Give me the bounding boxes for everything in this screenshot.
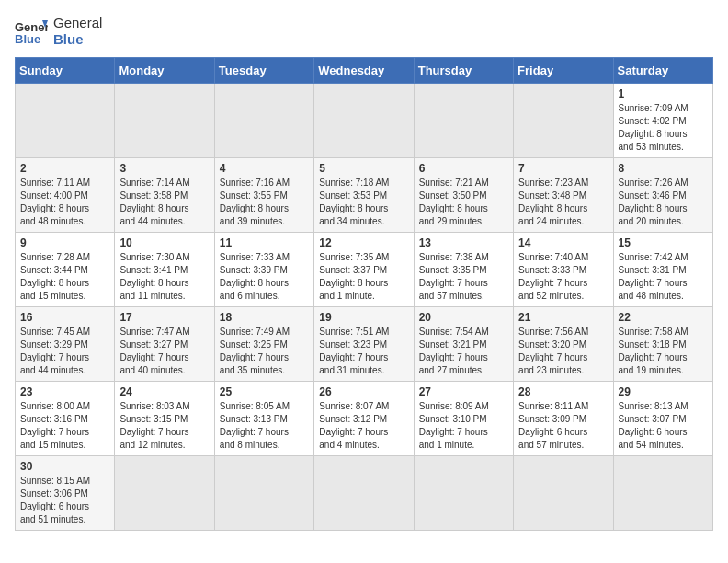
- calendar-cell: [314, 456, 414, 531]
- calendar-cell: 17Sunrise: 7:47 AM Sunset: 3:27 PM Dayli…: [115, 307, 214, 382]
- day-number: 17: [119, 311, 209, 324]
- calendar-body: 1Sunrise: 7:09 AM Sunset: 4:02 PM Daylig…: [16, 84, 713, 531]
- day-number: 28: [518, 385, 608, 398]
- calendar-cell: 11Sunrise: 7:33 AM Sunset: 3:39 PM Dayli…: [214, 233, 313, 307]
- day-info: Sunrise: 8:13 AM Sunset: 3:07 PM Dayligh…: [619, 400, 708, 452]
- day-info: Sunrise: 7:11 AM Sunset: 4:00 PM Dayligh…: [20, 177, 109, 228]
- calendar-cell: 12Sunrise: 7:35 AM Sunset: 3:37 PM Dayli…: [314, 233, 414, 307]
- day-number: 30: [20, 460, 109, 473]
- calendar-cell: [414, 456, 513, 531]
- day-number: 10: [119, 236, 209, 249]
- day-info: Sunrise: 8:03 AM Sunset: 3:15 PM Dayligh…: [119, 400, 209, 452]
- day-number: 21: [518, 311, 608, 324]
- day-info: Sunrise: 8:11 AM Sunset: 3:09 PM Dayligh…: [518, 400, 608, 452]
- day-number: 24: [119, 385, 209, 398]
- day-number: 14: [518, 236, 608, 249]
- weekday-header-row: SundayMondayTuesdayWednesdayThursdayFrid…: [16, 58, 713, 84]
- calendar-week-row: 1Sunrise: 7:09 AM Sunset: 4:02 PM Daylig…: [16, 84, 713, 158]
- header: General Blue General Blue: [15, 15, 713, 48]
- day-number: 20: [419, 311, 508, 324]
- logo-blue: Blue: [53, 31, 84, 47]
- day-info: Sunrise: 7:54 AM Sunset: 3:21 PM Dayligh…: [419, 326, 508, 377]
- day-info: Sunrise: 7:30 AM Sunset: 3:41 PM Dayligh…: [119, 251, 209, 303]
- weekday-header-thursday: Thursday: [414, 58, 513, 84]
- day-number: 3: [119, 162, 209, 175]
- calendar-cell: 4Sunrise: 7:16 AM Sunset: 3:55 PM Daylig…: [214, 158, 313, 233]
- calendar-cell: [115, 456, 214, 531]
- calendar-cell: 25Sunrise: 8:05 AM Sunset: 3:13 PM Dayli…: [214, 382, 313, 456]
- day-info: Sunrise: 7:42 AM Sunset: 3:31 PM Dayligh…: [619, 251, 708, 303]
- calendar-cell: 15Sunrise: 7:42 AM Sunset: 3:31 PM Dayli…: [613, 233, 712, 307]
- day-info: Sunrise: 7:23 AM Sunset: 3:48 PM Dayligh…: [518, 177, 608, 228]
- calendar-cell: 21Sunrise: 7:56 AM Sunset: 3:20 PM Dayli…: [514, 307, 613, 382]
- day-info: Sunrise: 7:51 AM Sunset: 3:23 PM Dayligh…: [319, 326, 408, 377]
- day-number: 2: [20, 162, 109, 175]
- weekday-header-sunday: Sunday: [16, 58, 115, 84]
- day-info: Sunrise: 7:38 AM Sunset: 3:35 PM Dayligh…: [419, 251, 508, 303]
- day-info: Sunrise: 7:45 AM Sunset: 3:29 PM Dayligh…: [20, 326, 109, 377]
- calendar-cell: 3Sunrise: 7:14 AM Sunset: 3:58 PM Daylig…: [115, 158, 214, 233]
- calendar-cell: 5Sunrise: 7:18 AM Sunset: 3:53 PM Daylig…: [314, 158, 414, 233]
- calendar-table: SundayMondayTuesdayWednesdayThursdayFrid…: [15, 57, 713, 531]
- day-number: 27: [419, 385, 508, 398]
- day-info: Sunrise: 7:35 AM Sunset: 3:37 PM Dayligh…: [319, 251, 408, 303]
- day-info: Sunrise: 7:18 AM Sunset: 3:53 PM Dayligh…: [319, 177, 408, 228]
- calendar-cell: 9Sunrise: 7:28 AM Sunset: 3:44 PM Daylig…: [16, 233, 115, 307]
- calendar-cell: 7Sunrise: 7:23 AM Sunset: 3:48 PM Daylig…: [514, 158, 613, 233]
- day-number: 18: [220, 311, 309, 324]
- calendar-cell: [16, 84, 115, 158]
- calendar-cell: 18Sunrise: 7:49 AM Sunset: 3:25 PM Dayli…: [214, 307, 313, 382]
- calendar-cell: 1Sunrise: 7:09 AM Sunset: 4:02 PM Daylig…: [613, 84, 712, 158]
- calendar-cell: 27Sunrise: 8:09 AM Sunset: 3:10 PM Dayli…: [414, 382, 513, 456]
- calendar-cell: 23Sunrise: 8:00 AM Sunset: 3:16 PM Dayli…: [16, 382, 115, 456]
- day-info: Sunrise: 7:47 AM Sunset: 3:27 PM Dayligh…: [119, 326, 209, 377]
- calendar-cell: [214, 456, 313, 531]
- weekday-header-monday: Monday: [115, 58, 214, 84]
- calendar-cell: 16Sunrise: 7:45 AM Sunset: 3:29 PM Dayli…: [16, 307, 115, 382]
- calendar-week-row: 2Sunrise: 7:11 AM Sunset: 4:00 PM Daylig…: [16, 158, 713, 233]
- calendar-cell: 19Sunrise: 7:51 AM Sunset: 3:23 PM Dayli…: [314, 307, 414, 382]
- calendar-cell: [115, 84, 214, 158]
- logo: General Blue General Blue: [15, 15, 102, 48]
- calendar-cell: [314, 84, 414, 158]
- day-number: 15: [619, 236, 708, 249]
- calendar-cell: [514, 456, 613, 531]
- weekday-header-saturday: Saturday: [613, 58, 712, 84]
- weekday-header-friday: Friday: [514, 58, 613, 84]
- calendar-cell: 14Sunrise: 7:40 AM Sunset: 3:33 PM Dayli…: [514, 233, 613, 307]
- logo-icon: General Blue: [15, 18, 48, 44]
- day-info: Sunrise: 8:00 AM Sunset: 3:16 PM Dayligh…: [20, 400, 109, 452]
- day-number: 8: [619, 162, 708, 175]
- calendar-cell: 24Sunrise: 8:03 AM Sunset: 3:15 PM Dayli…: [115, 382, 214, 456]
- day-info: Sunrise: 7:49 AM Sunset: 3:25 PM Dayligh…: [220, 326, 309, 377]
- calendar-cell: 29Sunrise: 8:13 AM Sunset: 3:07 PM Dayli…: [613, 382, 712, 456]
- weekday-header-tuesday: Tuesday: [214, 58, 313, 84]
- weekday-header-wednesday: Wednesday: [314, 58, 414, 84]
- calendar-cell: 28Sunrise: 8:11 AM Sunset: 3:09 PM Dayli…: [514, 382, 613, 456]
- day-number: 26: [319, 385, 408, 398]
- calendar-cell: 10Sunrise: 7:30 AM Sunset: 3:41 PM Dayli…: [115, 233, 214, 307]
- day-number: 29: [619, 385, 708, 398]
- day-info: Sunrise: 7:14 AM Sunset: 3:58 PM Dayligh…: [119, 177, 209, 228]
- day-info: Sunrise: 7:09 AM Sunset: 4:02 PM Dayligh…: [619, 102, 708, 154]
- day-number: 23: [20, 385, 109, 398]
- day-info: Sunrise: 8:09 AM Sunset: 3:10 PM Dayligh…: [419, 400, 508, 452]
- day-number: 19: [319, 311, 408, 324]
- calendar-cell: [414, 84, 513, 158]
- day-number: 22: [619, 311, 708, 324]
- calendar-cell: 20Sunrise: 7:54 AM Sunset: 3:21 PM Dayli…: [414, 307, 513, 382]
- calendar-cell: 2Sunrise: 7:11 AM Sunset: 4:00 PM Daylig…: [16, 158, 115, 233]
- day-number: 4: [220, 162, 309, 175]
- day-number: 25: [220, 385, 309, 398]
- day-number: 9: [20, 236, 109, 249]
- svg-text:Blue: Blue: [15, 32, 40, 44]
- day-info: Sunrise: 7:26 AM Sunset: 3:46 PM Dayligh…: [619, 177, 708, 228]
- day-number: 16: [20, 311, 109, 324]
- calendar-cell: [514, 84, 613, 158]
- calendar-cell: [214, 84, 313, 158]
- day-info: Sunrise: 7:33 AM Sunset: 3:39 PM Dayligh…: [220, 251, 309, 303]
- calendar-header: SundayMondayTuesdayWednesdayThursdayFrid…: [16, 58, 713, 84]
- day-number: 13: [419, 236, 508, 249]
- day-number: 5: [319, 162, 408, 175]
- day-info: Sunrise: 7:21 AM Sunset: 3:50 PM Dayligh…: [419, 177, 508, 228]
